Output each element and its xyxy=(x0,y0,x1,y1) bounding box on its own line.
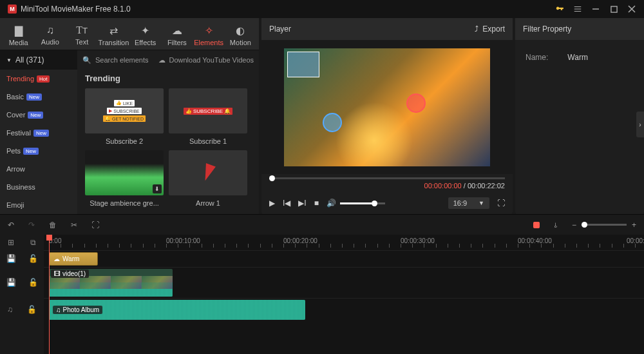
add-track-icon[interactable]: ⊞ xyxy=(8,238,14,247)
filter-name-label: Name: xyxy=(526,53,548,62)
category-sidebar: ▼All (371) TrendingHot BasicNew CoverNew… xyxy=(0,50,77,214)
folder-icon: ▇ xyxy=(15,25,23,37)
element-card[interactable]: 👍LIKE ▶SUBSCRIBE 🔔GET NOTIFIED Subscribe… xyxy=(85,88,164,145)
cat-business[interactable]: Business xyxy=(0,178,77,196)
cloud-icon: ☁ xyxy=(53,255,60,262)
volume-slider[interactable] xyxy=(340,202,385,204)
seek-bar[interactable] xyxy=(261,174,513,182)
clip-filter[interactable]: ☁Warm xyxy=(49,252,98,266)
zoom-out-icon[interactable]: − xyxy=(572,221,576,230)
undo-icon[interactable]: ↶ xyxy=(8,221,14,230)
download-icon[interactable]: ⬇ xyxy=(153,184,162,193)
play-icon[interactable]: ▶ xyxy=(269,199,275,208)
tracks-area[interactable]: 0:00 00:00:10:00 00:00:20:00 00:00:30:00… xyxy=(44,235,644,354)
next-frame-icon[interactable]: ▶I xyxy=(298,199,306,208)
search-input[interactable]: 🔍Search elements xyxy=(82,56,149,64)
cat-trending[interactable]: TrendingHot xyxy=(0,70,77,88)
star-icon: ✧ xyxy=(205,25,213,37)
ribbon-effects[interactable]: ✦Effects xyxy=(129,21,161,50)
cat-cover[interactable]: CoverNew xyxy=(0,106,77,124)
element-thumb: 👍LIKE ▶SUBSCRIBE 🔔GET NOTIFIED xyxy=(85,88,164,133)
timeline-toolbar: ↶ ↷ 🗑 ✂ ⛶ ⫰ − + xyxy=(0,214,644,235)
lock-icon[interactable]: 🔓 xyxy=(27,305,37,314)
ribbon-filters[interactable]: ☁Filters xyxy=(161,21,193,50)
menu-icon[interactable] xyxy=(573,5,582,14)
element-card[interactable]: 👍SUBSCRIBE🔔 Subscribe 1 xyxy=(169,88,247,145)
cat-arrow[interactable]: Arrow xyxy=(0,160,77,178)
magnet-icon[interactable]: ⫰ xyxy=(554,221,558,230)
filter-name-value: Warm xyxy=(567,53,588,62)
cat-emoji[interactable]: Emoji xyxy=(0,196,77,214)
prev-frame-icon[interactable]: I◀ xyxy=(283,199,290,208)
search-icon: 🔍 xyxy=(82,56,91,64)
player-title: Player xyxy=(269,25,291,34)
cloud-icon: ☁ xyxy=(172,25,182,37)
cat-basic[interactable]: BasicNew xyxy=(0,88,77,106)
audio-track[interactable]: ♫Photo Album xyxy=(44,298,644,321)
playhead[interactable] xyxy=(49,235,50,354)
save-icon[interactable]: 💾 xyxy=(6,254,16,263)
title-bar: M MiniTool MovieMaker Free 8.1.0 xyxy=(0,0,644,18)
clip-audio[interactable]: ♫Photo Album xyxy=(49,300,305,320)
clip-video[interactable]: 🎞video(1) xyxy=(49,269,173,297)
elements-panel: 🔍Search elements ☁Download YouTube Video… xyxy=(77,50,259,214)
key-icon[interactable] xyxy=(555,5,564,14)
app-logo-icon: M xyxy=(8,5,17,14)
aspect-select[interactable]: 16:9▼ xyxy=(448,197,489,209)
redo-icon[interactable]: ↷ xyxy=(28,221,35,230)
element-thumb: ⬇ xyxy=(85,150,164,195)
ribbon: ▇Media ♫Audio TTText ⇄Transition ✦Effect… xyxy=(0,18,259,50)
cat-pets[interactable]: PetsNew xyxy=(0,142,77,160)
volume-icon[interactable]: 🔊 xyxy=(327,199,336,208)
lock-icon[interactable]: 🔓 xyxy=(28,278,38,287)
cloud-download-icon: ☁ xyxy=(158,56,166,64)
transition-icon: ⇄ xyxy=(109,25,118,37)
filter-track[interactable]: ☁Warm xyxy=(44,250,644,267)
close-icon[interactable] xyxy=(627,5,636,14)
marker-icon[interactable] xyxy=(533,222,540,228)
maximize-icon[interactable] xyxy=(609,5,618,14)
ribbon-elements[interactable]: ✧Elements xyxy=(193,21,225,50)
filter-title: Filter Property xyxy=(515,18,644,40)
duplicate-icon[interactable]: ⧉ xyxy=(30,238,36,247)
cut-icon[interactable]: ✂ xyxy=(71,221,77,230)
delete-icon[interactable]: 🗑 xyxy=(49,221,57,230)
music-icon: ♫ xyxy=(56,306,61,313)
ribbon-transition[interactable]: ⇄Transition xyxy=(98,21,129,50)
element-card[interactable]: Arrow 1 xyxy=(169,150,247,207)
chevron-down-icon: ▼ xyxy=(6,57,12,63)
fullscreen-icon[interactable]: ⛶ xyxy=(497,199,505,208)
download-youtube-button[interactable]: ☁Download YouTube Videos xyxy=(158,56,254,64)
player-panel: Player ⤴Export 00:00:00:00 / 00:00:22:02… xyxy=(261,18,513,214)
save-icon[interactable]: 💾 xyxy=(6,278,16,287)
stop-icon[interactable]: ■ xyxy=(314,199,319,208)
film-icon: 🎞 xyxy=(54,270,61,277)
minimize-icon[interactable] xyxy=(591,5,600,14)
category-all[interactable]: ▼All (371) xyxy=(0,50,77,70)
timecode: 00:00:00:00 / 00:00:22:02 xyxy=(261,182,513,192)
svg-rect-0 xyxy=(611,6,616,12)
collapse-panel-icon[interactable]: › xyxy=(636,112,644,137)
video-track[interactable]: 🎞video(1) xyxy=(44,267,644,298)
cat-festival[interactable]: FestivalNew xyxy=(0,124,77,142)
timeline: ⊞⧉ 💾🔓 💾🔓 ♫🔓 0:00 00:00:10:00 00:00:20:00… xyxy=(0,235,644,354)
zoom-in-icon[interactable]: + xyxy=(632,221,636,230)
ribbon-motion[interactable]: ◐Motion xyxy=(225,21,256,50)
video-preview[interactable] xyxy=(261,40,513,174)
chevron-down-icon: ▼ xyxy=(478,200,484,206)
ribbon-audio[interactable]: ♫Audio xyxy=(34,21,66,50)
time-ruler[interactable]: 0:00 00:00:10:00 00:00:20:00 00:00:30:00… xyxy=(44,235,644,250)
music-icon[interactable]: ♫ xyxy=(7,305,13,314)
text-icon: TT xyxy=(76,25,88,36)
music-icon: ♫ xyxy=(46,25,54,36)
element-card[interactable]: ⬇ Stage ambience gre... xyxy=(85,150,164,207)
zoom-slider[interactable] xyxy=(582,224,627,226)
ribbon-media[interactable]: ▇Media xyxy=(3,21,34,50)
element-thumb: 👍SUBSCRIBE🔔 xyxy=(169,88,247,133)
ribbon-text[interactable]: TTText xyxy=(66,21,98,50)
crop-icon[interactable]: ⛶ xyxy=(91,221,99,230)
lock-icon[interactable]: 🔓 xyxy=(28,254,38,263)
element-thumb xyxy=(169,150,247,195)
track-headers: ⊞⧉ 💾🔓 💾🔓 ♫🔓 xyxy=(0,235,44,354)
export-button[interactable]: ⤴Export xyxy=(475,25,505,34)
